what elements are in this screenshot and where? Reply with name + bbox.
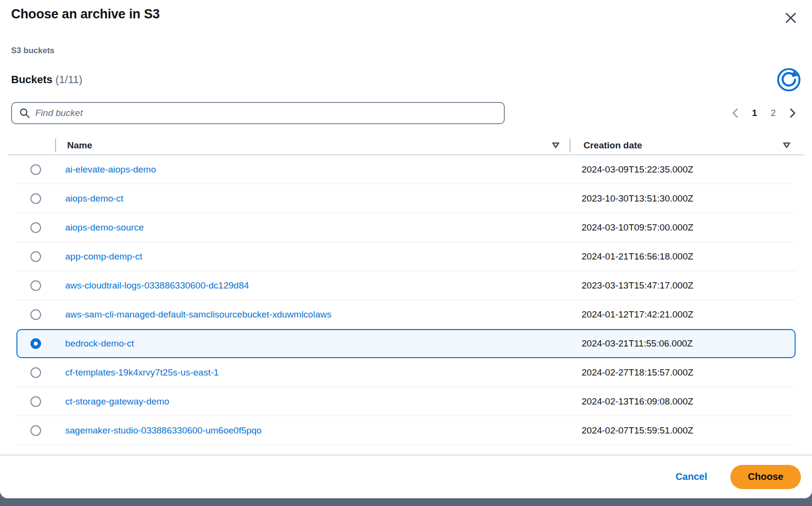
radio-button[interactable]: [30, 193, 41, 204]
creation-date-column-header[interactable]: Creation date: [570, 139, 796, 152]
table-row[interactable]: cf-templates-19k4xrvy7t25s-us-east-12024…: [16, 358, 796, 387]
selection-cell: [17, 193, 54, 204]
page-button-2[interactable]: 2: [766, 105, 781, 121]
selection-column-header: [16, 136, 56, 155]
close-button[interactable]: [781, 8, 801, 28]
close-icon: [784, 11, 798, 25]
selection-cell: [17, 280, 54, 291]
radio-button[interactable]: [30, 251, 41, 262]
refresh-icon: [777, 68, 801, 92]
radio-button[interactable]: [30, 164, 41, 175]
column-divider[interactable]: [570, 139, 570, 152]
bucket-name-cell: sagemaker-studio-033886330600-um6oe0f5pq…: [54, 425, 568, 436]
bucket-name-cell: ct-storage-gateway-demo: [54, 396, 568, 407]
bucket-name-link[interactable]: aws-sam-cli-managed-default-samclisource…: [65, 309, 331, 319]
buckets-heading: Buckets (1/11): [11, 73, 83, 86]
buckets-table: Name Creation date ai-elevate-aiops-demo…: [8, 136, 804, 445]
bucket-name-cell: aiops-demo-source: [54, 222, 568, 233]
selection-cell: [17, 222, 54, 233]
bucket-name-link[interactable]: cf-templates-19k4xrvy7t25s-us-east-1: [65, 367, 219, 377]
selection-cell: [17, 338, 54, 349]
bucket-table-body: ai-elevate-aiops-demo2024-03-09T15:22:35…: [8, 155, 804, 445]
table-toolbar: 1 2: [11, 102, 801, 124]
caret-down-icon[interactable]: [783, 142, 791, 149]
bucket-name-link[interactable]: bedrock-demo-ct: [65, 338, 134, 348]
search-icon: [19, 107, 30, 119]
name-column-header[interactable]: Name: [56, 140, 570, 151]
cancel-button[interactable]: Cancel: [675, 471, 707, 482]
bucket-name-link[interactable]: app-comp-demp-ct: [65, 251, 142, 261]
bucket-name-cell: cf-templates-19k4xrvy7t25s-us-east-1: [54, 367, 568, 378]
selection-cell: [17, 396, 54, 407]
radio-button-checked[interactable]: [30, 338, 41, 349]
creation-date-cell: 2024-03-10T09:57:00.000Z: [568, 222, 795, 233]
selection-cell: [17, 367, 54, 378]
bucket-name-cell: app-comp-demp-ct: [54, 251, 568, 262]
creation-date-cell: 2023-10-30T13:51:30.000Z: [568, 193, 795, 204]
page-button-1[interactable]: 1: [747, 105, 762, 121]
bucket-name-cell: aiops-demo-ct: [54, 193, 568, 204]
table-row[interactable]: aws-cloudtrail-logs-033886330600-dc129d8…: [16, 271, 796, 300]
table-row[interactable]: ai-elevate-aiops-demo2024-03-09T15:22:35…: [16, 155, 796, 184]
table-row[interactable]: aiops-demo-source2024-03-10T09:57:00.000…: [16, 213, 796, 242]
chevron-right-icon: [786, 107, 798, 119]
bucket-name-cell: bedrock-demo-ct: [54, 338, 568, 349]
next-page-button[interactable]: [784, 105, 800, 121]
name-column-label: Name: [67, 140, 92, 151]
modal-footer: Cancel Choose: [0, 455, 812, 498]
radio-button[interactable]: [30, 280, 41, 291]
radio-button[interactable]: [30, 222, 41, 233]
radio-button[interactable]: [30, 309, 41, 320]
table-row[interactable]: ct-storage-gateway-demo2024-02-13T16:09:…: [16, 387, 796, 416]
bucket-name-link[interactable]: aws-cloudtrail-logs-033886330600-dc129d8…: [65, 280, 249, 290]
pagination: 1 2: [728, 105, 801, 121]
creation-date-cell: 2023-03-13T15:47:17.000Z: [568, 280, 795, 291]
caret-down-icon[interactable]: [552, 142, 560, 149]
bucket-name-cell: aws-sam-cli-managed-default-samclisource…: [54, 309, 568, 320]
bucket-name-link[interactable]: aiops-demo-ct: [65, 193, 123, 203]
creation-date-cell: 2024-03-09T15:22:35.000Z: [568, 164, 795, 175]
search-box[interactable]: [11, 102, 505, 124]
creation-date-cell: 2024-01-21T16:56:18.000Z: [568, 251, 795, 262]
creation-date-cell: 2024-02-07T15:59:51.000Z: [568, 425, 795, 436]
radio-button[interactable]: [30, 367, 41, 378]
creation-date-cell: 2024-02-13T16:09:08.000Z: [568, 396, 795, 407]
radio-button[interactable]: [30, 425, 41, 436]
bucket-name-link[interactable]: aiops-demo-source: [65, 222, 144, 232]
bucket-name-link[interactable]: ct-storage-gateway-demo: [65, 396, 169, 406]
buckets-count: (1/11): [56, 73, 83, 86]
choose-archive-modal: Choose an archive in S3 S3 buckets Bucke…: [0, 0, 812, 498]
table-header-row: Name Creation date: [8, 136, 804, 155]
creation-date-cell: 2024-02-27T18:15:57.000Z: [568, 367, 795, 378]
bucket-name-cell: ai-elevate-aiops-demo: [54, 164, 568, 175]
table-row[interactable]: aws-sam-cli-managed-default-samclisource…: [16, 300, 796, 329]
choose-button[interactable]: Choose: [730, 465, 801, 489]
bucket-name-link[interactable]: sagemaker-studio-033886330600-um6oe0f5pq…: [65, 425, 262, 435]
creation-date-column-label: Creation date: [584, 140, 642, 151]
previous-page-button[interactable]: [728, 105, 743, 121]
section-label: S3 buckets: [11, 46, 801, 56]
search-input[interactable]: [35, 108, 497, 118]
creation-date-cell: 2024-03-21T11:55:06.000Z: [568, 338, 795, 349]
refresh-button[interactable]: [777, 68, 801, 92]
selection-cell: [17, 309, 54, 320]
buckets-heading-text: Buckets: [11, 73, 53, 86]
buckets-heading-row: Buckets (1/11): [11, 68, 801, 92]
radio-button[interactable]: [30, 396, 41, 407]
bucket-name-cell: aws-cloudtrail-logs-033886330600-dc129d8…: [54, 280, 568, 291]
table-row[interactable]: sagemaker-studio-033886330600-um6oe0f5pq…: [16, 416, 796, 445]
selection-cell: [17, 251, 54, 262]
table-row[interactable]: aiops-demo-ct2023-10-30T13:51:30.000Z: [16, 184, 796, 213]
selection-cell: [17, 164, 54, 175]
modal-title: Choose an archive in S3: [11, 7, 160, 22]
selection-cell: [17, 425, 54, 436]
modal-header: Choose an archive in S3: [11, 7, 801, 28]
table-row[interactable]: bedrock-demo-ct2024-03-21T11:55:06.000Z: [16, 329, 796, 358]
chevron-left-icon: [730, 107, 741, 119]
bucket-name-link[interactable]: ai-elevate-aiops-demo: [65, 164, 156, 174]
creation-date-cell: 2024-01-12T17:42:21.000Z: [568, 309, 795, 320]
table-row[interactable]: app-comp-demp-ct2024-01-21T16:56:18.000Z: [16, 242, 796, 271]
